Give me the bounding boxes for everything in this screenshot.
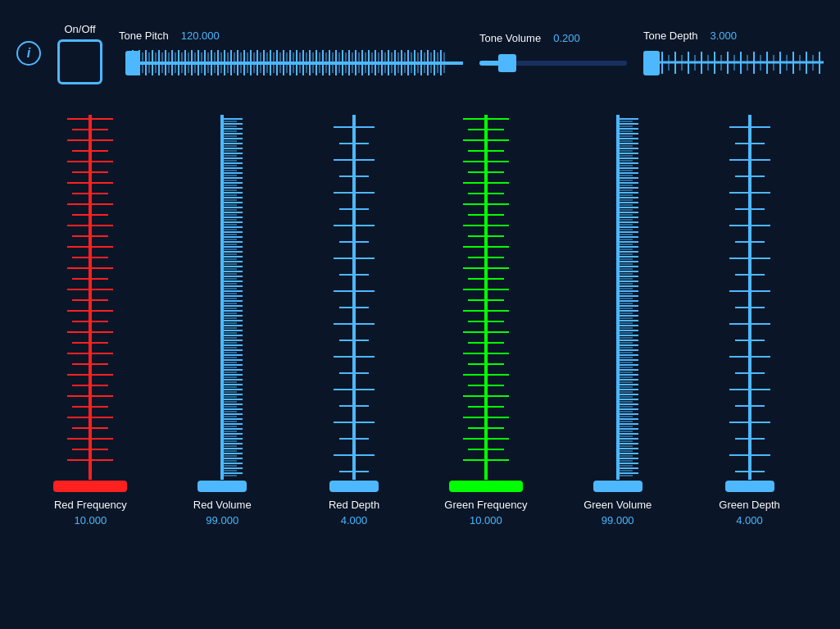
- green-frequency-visual: [445, 115, 527, 492]
- red-depth-visual: [313, 115, 395, 492]
- tone-volume-section: Tone Volume 0.200: [479, 32, 627, 75]
- green-frequency-value: 10.000: [470, 514, 502, 526]
- svg-rect-451: [449, 481, 523, 492]
- svg-rect-189: [53, 481, 127, 492]
- red-depth-label: Red Depth: [329, 499, 379, 511]
- green-volume-label: Green Volume: [583, 499, 652, 511]
- tone-depth-knob[interactable]: [643, 51, 660, 75]
- top-bar: i On/Off Tone Pitch 120.000 // Ticks dra…: [0, 0, 840, 107]
- meter-green-volume[interactable]: Green Volume 99.000: [565, 115, 671, 526]
- green-volume-svg: [577, 115, 659, 492]
- meters-area: Red Frequency 10.000: [0, 107, 840, 566]
- meter-red-volume[interactable]: Red Volume 99.000: [169, 115, 275, 526]
- green-depth-label: Green Depth: [719, 499, 779, 511]
- tone-depth-label: Tone Depth: [643, 30, 698, 42]
- tone-volume-slider[interactable]: [479, 51, 627, 75]
- on-off-toggle[interactable]: [57, 39, 102, 84]
- tone-depth-ticks-svg: [658, 48, 824, 77]
- green-depth-svg: [709, 115, 791, 492]
- tone-depth-slider[interactable]: [643, 48, 824, 77]
- on-off-label: On/Off: [64, 23, 95, 35]
- meter-red-frequency[interactable]: Red Frequency 10.000: [37, 115, 143, 526]
- green-volume-visual: [577, 115, 659, 492]
- red-volume-svg: [181, 115, 263, 492]
- green-depth-visual: [709, 115, 791, 492]
- meter-red-depth[interactable]: Red Depth 4.000: [301, 115, 407, 526]
- red-volume-value: 99.000: [206, 514, 238, 526]
- meter-green-depth[interactable]: Green Depth 4.000: [697, 115, 803, 526]
- tone-depth-section: Tone Depth 3.000: [643, 30, 824, 77]
- svg-rect-645: [725, 481, 774, 492]
- tone-pitch-label-row: Tone Pitch 120.000: [119, 30, 463, 42]
- red-depth-value: 4.000: [341, 514, 368, 526]
- tone-pitch-section: Tone Pitch 120.000 // Ticks drawn via JS…: [119, 30, 463, 77]
- meter-green-frequency[interactable]: Green Frequency 10.000: [433, 115, 539, 526]
- red-depth-svg: [313, 115, 395, 492]
- tone-pitch-slider[interactable]: // Ticks drawn via JS after render: [119, 48, 463, 77]
- red-frequency-visual: [49, 115, 131, 492]
- red-volume-label: Red Volume: [193, 499, 252, 511]
- green-frequency-label: Green Frequency: [444, 499, 527, 511]
- tone-volume-knob[interactable]: [498, 54, 516, 72]
- tone-pitch-label: Tone Pitch: [119, 30, 169, 42]
- svg-rect-599: [593, 481, 642, 492]
- tone-volume-track: [479, 61, 627, 66]
- tone-volume-label-row: Tone Volume 0.200: [479, 32, 627, 44]
- tone-volume-label: Tone Volume: [479, 32, 541, 44]
- red-frequency-label: Red Frequency: [54, 499, 127, 511]
- red-volume-visual: [181, 115, 263, 492]
- tone-depth-label-row: Tone Depth 3.000: [643, 30, 824, 42]
- green-frequency-svg: [445, 115, 527, 492]
- svg-rect-337: [198, 481, 247, 492]
- info-icon[interactable]: i: [16, 41, 41, 66]
- green-volume-value: 99.000: [602, 514, 634, 526]
- tone-depth-value: 3.000: [711, 30, 738, 42]
- green-depth-value: 4.000: [736, 514, 763, 526]
- on-off-section: On/Off: [57, 23, 102, 84]
- tone-pitch-value: 120.000: [181, 30, 220, 42]
- tone-pitch-ticks-svg: // Ticks drawn via JS after render: [131, 48, 463, 77]
- red-frequency-svg: [49, 115, 131, 492]
- svg-rect-383: [329, 481, 379, 492]
- red-frequency-value: 10.000: [75, 514, 107, 526]
- tone-volume-value: 0.200: [553, 32, 580, 44]
